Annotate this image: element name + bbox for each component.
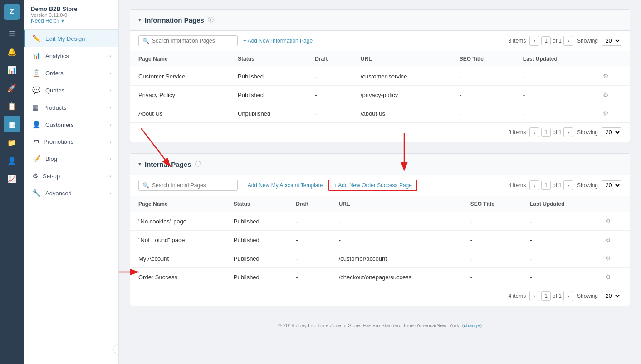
pagination-controls: ‹ 1 of 1 › — [529, 36, 573, 46]
gear-icon[interactable]: ⚙ — [603, 91, 609, 98]
add-information-page-link[interactable]: + Add New Information Page — [243, 38, 313, 44]
chevron-down-icon: ▾ — [61, 18, 64, 24]
gear-icon[interactable]: ⚙ — [605, 273, 611, 281]
gear-icon[interactable]: ⚙ — [605, 255, 611, 262]
gear-icon[interactable]: ⚙ — [603, 110, 609, 117]
internal-pages-table: Page Name Status Draft URL SEO Title Las… — [130, 196, 630, 286]
cell-updated: - — [515, 67, 595, 86]
collapse-icon[interactable]: ▾ — [138, 17, 141, 23]
information-pages-header: ▾ Information Pages ⓘ — [130, 10, 630, 31]
col-page-name: Page Name — [130, 196, 225, 212]
information-pages-search-input[interactable] — [152, 38, 234, 44]
bottom-items-count: 3 items — [509, 129, 526, 136]
orders-icon: 📋 — [32, 69, 41, 77]
cell-gear[interactable]: ⚙ — [597, 212, 630, 231]
nav-icon-rocket[interactable]: 🚀 — [4, 80, 20, 96]
information-pages-section: ▾ Information Pages ⓘ 🔍 + Add New Inform… — [130, 9, 630, 142]
col-actions — [597, 196, 630, 212]
nav-icon-user[interactable]: 👤 — [4, 152, 20, 169]
collapse-icon[interactable]: ▾ — [138, 161, 141, 167]
next-page-button[interactable]: › — [563, 180, 573, 190]
chevron-right-icon: › — [109, 156, 111, 161]
cell-gear[interactable]: ⚙ — [597, 268, 630, 286]
chevron-right-icon: › — [109, 70, 111, 76]
add-order-success-link[interactable]: + Add New Order Success Page — [328, 180, 417, 191]
cell-gear[interactable]: ⚙ — [595, 104, 630, 123]
nav-icon-folder[interactable]: 📁 — [4, 134, 20, 150]
bottom-next-button[interactable]: › — [563, 127, 573, 137]
need-help-link[interactable]: Need Help? ▾ — [31, 18, 111, 24]
current-page: 1 — [541, 36, 551, 45]
nav-item-edit-design[interactable]: ✏️ Edit My Design — [24, 30, 118, 47]
bottom-next-button[interactable]: › — [563, 291, 573, 301]
cell-url: /privacy-policy — [352, 86, 451, 104]
bottom-prev-button[interactable]: ‹ — [529, 127, 539, 137]
sidebar-item-blog[interactable]: 📝 Blog › — [24, 150, 118, 167]
internal-pages-section: ▾ Internal Pages ⓘ 🔍 + Add New My Accoun… — [130, 153, 630, 306]
col-page-name: Page Name — [130, 51, 230, 67]
sidebar-item-analytics[interactable]: 📊 Analytics › — [24, 47, 118, 64]
nav-icon-analytics[interactable]: 📈 — [4, 170, 20, 187]
gear-icon[interactable]: ⚙ — [605, 218, 611, 225]
information-pages-search-box[interactable]: 🔍 — [138, 35, 238, 46]
sidebar-item-orders[interactable]: 📋 Orders › — [24, 64, 118, 82]
bottom-prev-button[interactable]: ‹ — [529, 291, 539, 301]
customers-icon: 👤 — [32, 121, 41, 129]
sidebar-item-products[interactable]: ▦ Products › — [24, 99, 118, 116]
prev-page-button[interactable]: ‹ — [529, 36, 539, 46]
chevron-right-icon: › — [109, 139, 111, 145]
cell-url: /customer-service — [352, 67, 451, 86]
cell-page-name: "Not Found" page — [130, 231, 225, 249]
sidebar-item-setup[interactable]: ⚙ Set-up › — [24, 167, 118, 184]
nav-icon-menu[interactable]: ☰ — [4, 25, 20, 42]
cell-gear[interactable]: ⚙ — [597, 231, 630, 249]
cell-updated: - — [522, 268, 597, 286]
col-last-updated: Last Updated — [522, 196, 597, 212]
cell-page-name: My Account — [130, 249, 225, 268]
sidebar-item-customers[interactable]: 👤 Customers › — [24, 116, 118, 133]
promotions-icon: 🏷 — [32, 138, 39, 146]
chevron-right-icon: › — [109, 87, 111, 93]
cell-url: /customer/account — [331, 249, 462, 268]
cell-gear[interactable]: ⚙ — [595, 86, 630, 104]
cell-page-name: About Us — [130, 104, 230, 123]
table-row: My Account Published - /customer/account… — [130, 249, 630, 268]
cell-page-name: Privacy Policy — [130, 86, 230, 104]
nav-icon-grid[interactable]: ▦ — [4, 116, 20, 132]
cell-status: Published — [230, 86, 307, 104]
add-account-template-link[interactable]: + Add New My Account Template — [243, 182, 323, 189]
bottom-showing-select[interactable]: 20 — [602, 291, 621, 301]
page-of-label: of 1 — [553, 38, 562, 44]
gear-icon[interactable]: ⚙ — [605, 236, 611, 243]
information-pages-count: 3 items — [509, 38, 526, 44]
cell-gear[interactable]: ⚙ — [595, 67, 630, 86]
sidebar-item-quotes[interactable]: 💬 Quotes › — [24, 82, 118, 99]
bottom-showing-select[interactable]: 20 — [602, 127, 621, 137]
prev-page-button[interactable]: ‹ — [529, 180, 539, 190]
cell-gear[interactable]: ⚙ — [597, 249, 630, 268]
store-version: Version 3.11.0-0 — [31, 12, 111, 18]
advanced-icon: 🔧 — [32, 189, 41, 197]
table-row: "No cookies" page Published - - - - ⚙ — [130, 212, 630, 231]
gear-icon[interactable]: ⚙ — [603, 73, 609, 80]
analytics-icon: 📊 — [32, 52, 41, 60]
footer-change-link[interactable]: (change) — [462, 323, 482, 328]
nav-icon-list[interactable]: 📋 — [4, 98, 20, 114]
internal-pages-search-input[interactable] — [152, 182, 234, 189]
showing-select[interactable]: 20 — [602, 36, 621, 46]
showing-select[interactable]: 20 — [602, 180, 621, 190]
internal-pages-count: 4 items — [509, 182, 526, 189]
nav-icon-chart[interactable]: 📊 — [4, 62, 20, 78]
sidebar-item-promotions[interactable]: 🏷 Promotions › — [24, 133, 118, 150]
internal-pages-search-box[interactable]: 🔍 — [138, 180, 238, 191]
cell-seo: - — [462, 231, 522, 249]
store-name: Demo B2B Store — [31, 5, 111, 12]
information-pages-pagination: 3 items ‹ 1 of 1 › Showing 20 — [509, 36, 621, 46]
sidebar-item-advanced[interactable]: 🔧 Advanced › — [24, 184, 118, 202]
app-logo[interactable]: Z — [4, 4, 20, 20]
icon-sidebar: Z ☰ 🔔 📊 🚀 📋 ▦ 📁 👤 📈 — [0, 0, 24, 364]
next-page-button[interactable]: › — [563, 36, 573, 46]
nav-icon-bell[interactable]: 🔔 — [4, 44, 20, 60]
sidebar-collapse-button[interactable]: ‹ — [113, 344, 119, 355]
table-header-row: Page Name Status Draft URL SEO Title Las… — [130, 196, 630, 212]
